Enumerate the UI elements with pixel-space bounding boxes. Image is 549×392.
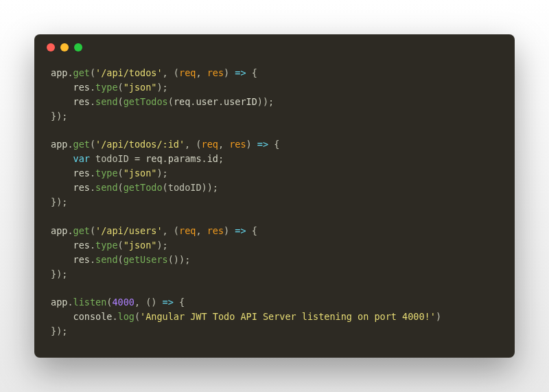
code-token: ); [156,240,167,251]
code-token: ); [156,168,167,178]
code-token: listen [73,297,107,308]
code-token: ( [90,225,95,236]
window-titlebar [34,34,515,60]
code-token [51,182,73,193]
code-token: = [129,153,145,164]
code-token: send [95,254,118,265]
code-token: ) [246,139,257,150]
code-token: . [67,225,73,236]
code-token: }); [51,196,67,207]
code-token: . [202,153,207,164]
code-token: . [90,254,95,265]
code-token: "json" [124,168,157,178]
minimize-dot-icon[interactable] [60,43,69,51]
code-token: ) [224,225,235,236]
code-token: userID [224,96,257,107]
code-token: . [90,96,95,107]
code-token: res [73,168,90,178]
code-token: req [145,153,162,164]
code-token: ( [118,168,124,178]
code-token: }); [51,111,67,122]
code-token: todoID [168,182,202,193]
code-token: get [73,67,90,78]
code-token: . [67,297,73,308]
code-token: ( [118,182,124,193]
code-token: { [174,297,185,308]
code-token: type [95,168,118,178]
code-token: ); [156,82,167,93]
code-token: 'Angular JWT Todo API Server listening o… [140,311,436,322]
code-token: user [196,96,218,107]
code-token: req [202,139,218,150]
code-token: get [73,139,90,150]
code-token [51,168,73,178]
code-token: { [268,139,279,150]
code-token: ( [90,67,95,78]
code-token: ( [118,82,124,93]
code-token: res [229,139,246,150]
code-token: send [95,96,118,107]
code-token: ( [118,96,124,107]
code-token: => [235,225,246,236]
code-token: }); [51,325,67,336]
code-token: send [95,182,118,193]
code-token: res [73,96,90,107]
code-token: var [73,153,90,164]
code-token: , () [135,297,163,308]
code-token: => [163,297,174,308]
code-token: type [95,240,118,251]
code-token: { [246,225,257,236]
code-window: app.get('/api/todos', (req, res) => { re… [34,34,515,358]
code-token [51,240,73,251]
code-token: . [218,96,224,107]
code-token: ( [163,182,168,193]
code-token: "json" [124,82,157,93]
code-token: ) [436,311,441,322]
code-token: . [90,182,95,193]
code-token: todoID [95,153,129,164]
code-token: }); [51,268,67,279]
code-token: . [67,139,73,150]
code-token [51,254,73,265]
code-token: get [73,225,90,236]
code-token: app [51,297,67,308]
code-token [51,82,73,93]
code-token: type [95,82,118,93]
code-token: )); [257,96,274,107]
code-token: ( [168,96,174,107]
code-token: res [207,67,224,78]
code-token: , ( [163,225,179,236]
code-token: res [73,254,90,265]
code-token: , ( [185,139,201,150]
code-token: . [112,311,117,322]
code-token [90,153,95,164]
code-token: 4000 [112,297,135,308]
code-token: => [235,67,246,78]
code-token: , [196,67,207,78]
code-token: () [168,254,179,265]
code-token: getUsers [124,254,168,265]
code-token: req [179,225,196,236]
code-token: req [174,96,190,107]
code-token: ); [179,254,190,265]
code-token: "json" [124,240,157,251]
code-token [51,96,73,107]
code-token: , [196,225,207,236]
code-token: ) [224,67,235,78]
code-token: ( [135,311,140,322]
code-token: . [90,168,95,178]
code-token: . [67,67,73,78]
code-token: log [118,311,135,322]
code-token [51,153,73,164]
code-token: '/api/users' [95,225,163,236]
code-token: res [73,240,90,251]
code-token: ( [90,139,95,150]
code-token: getTodo [124,182,163,193]
code-block: app.get('/api/todos', (req, res) => { re… [34,60,515,358]
maximize-dot-icon[interactable] [74,43,82,51]
code-token: getTodos [124,96,168,107]
close-dot-icon[interactable] [47,43,55,51]
code-token [51,311,73,322]
code-token: '/api/todos' [95,67,163,78]
code-token: id [207,153,218,164]
